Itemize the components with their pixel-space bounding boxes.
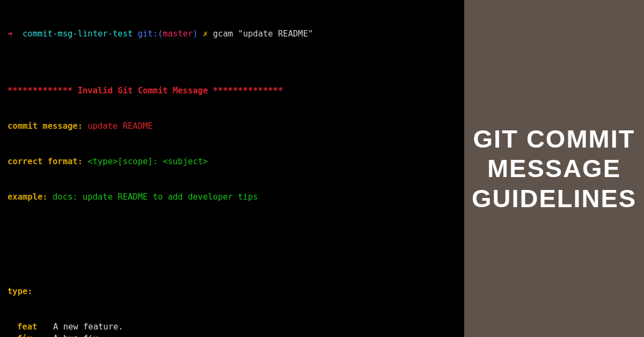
terminal-output: ➜ commit-msg-linter-test git:(master) ✗ … [0, 0, 464, 337]
sidebar-title: GIT COMMIT MESSAGE GUIDELINES [472, 124, 636, 213]
prompt-dir: commit-msg-linter-test [23, 29, 133, 39]
prompt-branch: master [163, 29, 193, 39]
shell-prompt: ➜ commit-msg-linter-test git:(master) ✗ … [8, 28, 457, 40]
correct-format-line: correct format: <type>[scope]: <subject> [8, 156, 457, 167]
correct-format-label: correct format: [8, 157, 83, 166]
error-banner: ************* Invalid Git Commit Message… [8, 85, 457, 97]
prompt-git-label: git:( [138, 29, 163, 39]
correct-format-value: <type>[scope]: <subject> [87, 157, 208, 166]
type-header: type: [8, 285, 457, 297]
prompt-command: gcam "update README" [213, 29, 313, 39]
prompt-arrow-icon: ➜ [8, 29, 12, 39]
commit-message-label: commit message: [8, 121, 83, 131]
type-desc: A bug fix. [53, 333, 103, 337]
type-name: fix [8, 333, 53, 337]
type-desc: A new feature. [53, 321, 123, 333]
example-value: docs: update README to add developer tip… [53, 192, 258, 202]
commit-message-line: commit message: update README [8, 120, 457, 132]
example-line: example: docs: update README to add deve… [8, 191, 457, 203]
example-label: example: [8, 192, 48, 202]
prompt-dirty-icon: ✗ [203, 29, 208, 39]
prompt-git-close: ) [193, 29, 197, 39]
commit-message-value: update README [87, 121, 152, 131]
type-row: fixA bug fix. [8, 333, 457, 337]
sidebar-panel: GIT COMMIT MESSAGE GUIDELINES [464, 0, 644, 337]
type-row: featA new feature. [8, 321, 457, 333]
type-name: feat [8, 321, 53, 333]
type-list: featA new feature.fixA bug fix.docsDocum… [8, 321, 457, 337]
